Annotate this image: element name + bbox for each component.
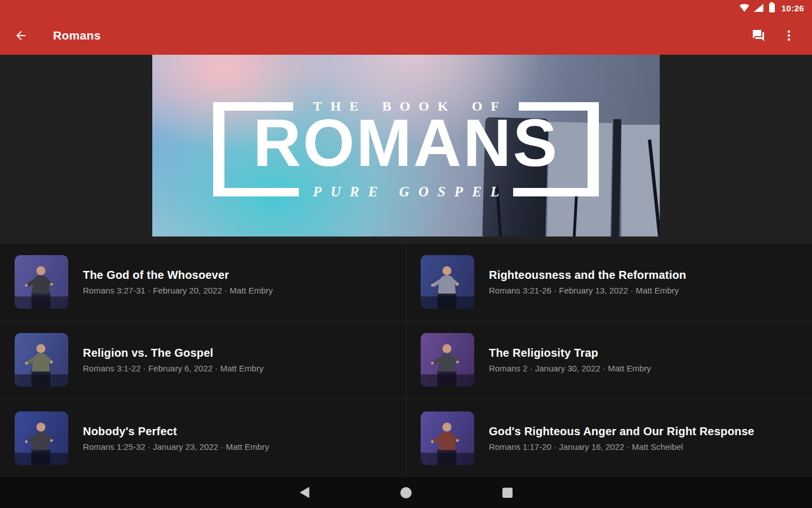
sermon-meta: Romans 3:27-31 · February 20, 2022 · Mat…: [83, 286, 273, 295]
sermon-thumbnail[interactable]: [15, 333, 68, 387]
wifi-icon: [740, 4, 749, 12]
sermon-text: The Religiosity Trap Romans 2 · January …: [489, 347, 651, 373]
sermon-title: Religion vs. The Gospel: [83, 347, 263, 360]
forum-icon: [752, 29, 765, 42]
home-circle-icon: [400, 487, 412, 498]
nav-back-button[interactable]: [293, 481, 316, 504]
list-item[interactable]: Righteousness and the Reformation Romans…: [406, 243, 812, 321]
app-screen: 10:26 Romans: [0, 0, 812, 508]
list-item[interactable]: Nobody's Perfect Romans 1:25-32 · Januar…: [0, 399, 406, 477]
sermon-meta: Romans 1:17-20 · January 16, 2022 · Matt…: [489, 442, 754, 452]
sermon-title: The Religiosity Trap: [489, 347, 651, 360]
app-bar-actions: [747, 24, 803, 47]
sermon-text: Nobody's Perfect Romans 1:25-32 · Januar…: [83, 425, 269, 452]
list-item[interactable]: The God of the Whosoever Romans 3:27-31 …: [0, 243, 406, 321]
sermon-text: Religion vs. The Gospel Romans 3:1-22 · …: [83, 347, 263, 373]
sermon-text: The God of the Whosoever Romans 3:27-31 …: [83, 269, 273, 295]
clock-text: 10:26: [782, 3, 804, 13]
overflow-menu-icon: [782, 29, 796, 42]
speaker-illustration: [15, 333, 68, 387]
android-nav-bar: [0, 477, 812, 508]
battery-icon: [769, 3, 775, 12]
speaker-illustration: [421, 411, 474, 465]
sermon-text: God's Righteous Anger and Our Right Resp…: [489, 425, 754, 452]
sermon-thumbnail[interactable]: [421, 255, 474, 309]
back-arrow-icon: [14, 29, 28, 42]
app-bar: Romans: [0, 16, 812, 55]
series-banner: THE BOOK OF ROMANS PURE GOSPEL: [152, 55, 660, 237]
page-title: Romans: [53, 29, 101, 42]
back-button[interactable]: [9, 24, 33, 47]
speaker-illustration: [421, 255, 474, 309]
status-bar: 10:26: [0, 0, 812, 16]
signal-icon: [754, 4, 764, 12]
speaker-illustration: [15, 255, 68, 309]
speaker-illustration: [15, 411, 68, 465]
sermon-meta: Romans 3:21-26 · February 13, 2022 · Mat…: [489, 286, 686, 295]
sermon-thumbnail[interactable]: [421, 333, 474, 387]
hero-section: THE BOOK OF ROMANS PURE GOSPEL: [0, 55, 812, 243]
list-item[interactable]: The Religiosity Trap Romans 2 · January …: [406, 321, 812, 399]
sermon-text: Righteousness and the Reformation Romans…: [489, 269, 686, 295]
sermon-thumbnail[interactable]: [15, 411, 68, 465]
sermon-title: The God of the Whosoever: [83, 269, 273, 282]
sermon-meta: Romans 3:1-22 · February 6, 2022 · Matt …: [83, 364, 263, 373]
sermon-meta: Romans 1:25-32 · January 23, 2022 · Matt…: [83, 442, 269, 452]
sermon-title: God's Righteous Anger and Our Right Resp…: [489, 425, 754, 438]
overflow-menu-button[interactable]: [777, 24, 801, 47]
sermon-thumbnail[interactable]: [15, 255, 68, 309]
banner-subtitle: PURE GOSPEL: [152, 184, 660, 200]
sermon-title: Righteousness and the Reformation: [489, 269, 686, 282]
sermon-title: Nobody's Perfect: [83, 425, 269, 438]
sermon-list: The God of the Whosoever Romans 3:27-31 …: [0, 243, 812, 477]
back-triangle-icon: [300, 487, 310, 498]
list-item[interactable]: God's Righteous Anger and Our Right Resp…: [406, 399, 812, 477]
recents-square-icon: [502, 488, 513, 498]
list-item[interactable]: Religion vs. The Gospel Romans 3:1-22 · …: [0, 321, 406, 399]
forum-button[interactable]: [747, 24, 770, 47]
speaker-illustration: [421, 333, 474, 387]
nav-recents-button[interactable]: [496, 481, 519, 504]
sermon-thumbnail[interactable]: [421, 411, 474, 465]
nav-home-button[interactable]: [395, 481, 417, 504]
sermon-meta: Romans 2 · January 30, 2022 · Matt Embry: [489, 364, 651, 373]
banner-title: ROMANS: [152, 107, 660, 180]
